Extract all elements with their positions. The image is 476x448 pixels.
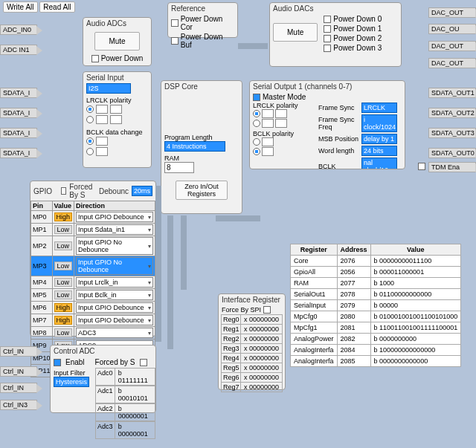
gpio-pin-cell: MP3 xyxy=(31,256,53,276)
debounce-select[interactable]: 20ms xyxy=(132,186,152,196)
reg-value: x 00000000 xyxy=(242,354,280,363)
io-pin-left: Ctrl_IN xyxy=(0,346,37,357)
power-down-buf-label: Power Down Buf xyxy=(181,33,234,49)
register-table-cell: b 1000 xyxy=(370,278,461,289)
input-filter-select[interactable]: Hysteresis xyxy=(54,377,89,387)
wordlen-select[interactable]: 24 bits xyxy=(361,146,397,156)
forced-by-s-checkbox2[interactable] xyxy=(140,359,147,366)
master-mode-checkbox[interactable] xyxy=(253,94,260,101)
enable-checkbox[interactable] xyxy=(54,359,61,366)
waveform-icon xyxy=(275,119,287,128)
gpio-value-toggle[interactable]: Low xyxy=(54,328,73,337)
gpio-row: MP6HighInput GPIO Debounce xyxy=(31,302,155,314)
io-pin-left: Ctrl_IN3 xyxy=(0,400,37,410)
program-length-select[interactable]: 4 Instructions xyxy=(164,141,225,152)
gpio-direction-select[interactable]: Input GPIO No Debounce xyxy=(76,237,153,255)
forced-by-s-label2: Forced by S xyxy=(95,358,135,366)
dac-pd0-checkbox[interactable] xyxy=(324,16,331,23)
gpio-row: MP0HighInput GPIO Debounce xyxy=(31,211,155,224)
lrclk-radio2[interactable] xyxy=(86,116,94,123)
io-pin-right: SDATA_OUT0 xyxy=(428,148,476,158)
reg-name: Reg3 xyxy=(222,344,241,353)
gpio-panel: GPIO Forced By S Debounc 20ms PinValueDi… xyxy=(30,181,156,337)
register-table-cell: b 110011001001111100001 xyxy=(370,322,461,334)
register-table-row: AnalogPower2082b 0000000000 xyxy=(291,334,461,345)
zero-registers-button[interactable]: Zero In/Out Registers xyxy=(176,181,228,200)
framesync-select[interactable]: LRCLK xyxy=(361,103,397,113)
gpio-direction-select[interactable]: Input Sdata_in1 xyxy=(76,224,153,235)
framesync-freq-select[interactable]: i clock/1024 xyxy=(361,114,397,132)
reg-value: x 00000000 xyxy=(242,315,280,324)
reg-name: Reg5 xyxy=(222,363,241,372)
lrclk-radio1[interactable] xyxy=(86,105,94,113)
adc-power-down-checkbox[interactable] xyxy=(91,55,99,62)
power-down-buf-checkbox[interactable] xyxy=(171,37,178,45)
serial-output-title: Serial Output 1 (channels 0-7) xyxy=(250,81,405,92)
gpio-value-toggle[interactable]: Low xyxy=(54,290,73,299)
lrclk-polarity-label: LRCLK polarity xyxy=(83,94,151,105)
register-table-cell: b 01100000000000 xyxy=(370,289,461,300)
gpio-row: MP1LowInput Sdata_in1 xyxy=(31,224,155,236)
waveform-icon xyxy=(110,115,122,124)
so-lrclk-radio1[interactable] xyxy=(253,110,260,117)
gpio-direction-select[interactable]: ADC3 xyxy=(76,328,153,338)
waveform-icon xyxy=(96,137,108,146)
bclk-freq-select[interactable]: nal clock/16 xyxy=(361,158,397,169)
so-lrclk-radio2[interactable] xyxy=(253,120,260,127)
so-bclk-radio2[interactable] xyxy=(253,148,260,155)
gpio-direction-select[interactable]: Input GPIO Debounce xyxy=(76,315,153,325)
bclk-radio2[interactable] xyxy=(86,148,94,155)
gpio-direction-select[interactable]: Input GPIO Debounce xyxy=(76,212,153,222)
msb-label: MSB Position xyxy=(318,135,360,143)
register-table-row: AnalogInterfa2085b 0000000000000 xyxy=(291,356,461,367)
adc-name: Adc3 xyxy=(96,422,115,438)
gpio-row: MP3LowInput GPIO No Debounce xyxy=(31,256,155,276)
forced-by-s-label: Forced By S xyxy=(69,183,96,199)
io-pin-left: ADC IN1 xyxy=(0,45,37,55)
io-pin-right: DAC_OUT xyxy=(428,58,476,68)
bclk-radio1[interactable] xyxy=(86,137,94,145)
register-table-row: SerialOut12078b 01100000000000 xyxy=(291,289,461,300)
power-down-cor-label: Power Down Cor xyxy=(181,15,234,31)
gpio-value-toggle[interactable]: Low xyxy=(54,278,73,287)
gpio-value-toggle[interactable]: High xyxy=(54,212,73,221)
ram-input[interactable] xyxy=(164,162,194,173)
read-all-button[interactable]: Read All xyxy=(39,1,74,13)
register-table-cell: 2081 xyxy=(337,322,370,334)
dac-pd1-checkbox[interactable] xyxy=(324,25,331,33)
gpio-direction-select[interactable]: Input Lrclk_in xyxy=(76,277,153,288)
io-pin-right: SDATA_OUT1 xyxy=(428,88,476,98)
gpio-value-toggle[interactable]: Low xyxy=(54,241,73,250)
io-pin-right: DAC_OU xyxy=(428,24,476,34)
power-down-cor-checkbox[interactable] xyxy=(171,19,178,27)
reference-panel: Reference Power Down Cor Power Down Buf xyxy=(167,2,238,38)
dac-mute-button[interactable]: Mute xyxy=(273,23,318,42)
reg-name: Reg6 xyxy=(222,373,241,382)
forced-by-s-checkbox[interactable] xyxy=(61,187,66,195)
register-table-header: Address xyxy=(337,244,370,256)
dsp-core-panel: DSP Core Program Length 4 Instructions R… xyxy=(161,80,242,214)
gpio-value-toggle[interactable]: High xyxy=(54,303,73,312)
reg-name: Reg2 xyxy=(222,334,241,343)
adc-name: Adc2 xyxy=(96,404,115,421)
gpio-value-toggle[interactable]: Low xyxy=(54,262,73,270)
dac-pd3-checkbox[interactable] xyxy=(324,45,331,52)
adc-mute-button[interactable]: Mute xyxy=(94,32,139,51)
so-bclk-radio1[interactable] xyxy=(253,138,260,146)
gpio-direction-select[interactable]: Input GPIO No Debounce xyxy=(76,257,153,275)
so-lrclk-label: LRCLK polarity xyxy=(250,102,318,109)
serial-input-mode-select[interactable]: I2S xyxy=(86,83,131,94)
dac-pd2-checkbox[interactable] xyxy=(324,35,331,42)
write-all-button[interactable]: Write All xyxy=(3,1,38,13)
gpio-value-toggle[interactable]: Low xyxy=(54,225,73,234)
force-by-spi-checkbox[interactable] xyxy=(263,306,271,314)
tdm-ena-checkbox[interactable] xyxy=(418,163,425,170)
gpio-row: MP2LowInput GPIO No Debounce xyxy=(31,236,155,256)
reg-value: x 00000000 xyxy=(242,344,280,353)
gpio-pin-cell: MP5 xyxy=(31,289,53,302)
gpio-direction-select[interactable]: Input Bclk_in xyxy=(76,290,153,300)
gpio-value-toggle[interactable]: High xyxy=(54,316,73,325)
msb-select[interactable]: delay by 1 xyxy=(361,134,397,144)
gpio-direction-select[interactable]: Input GPIO Debounce xyxy=(76,302,153,313)
reg-name: Reg0 xyxy=(222,315,241,324)
